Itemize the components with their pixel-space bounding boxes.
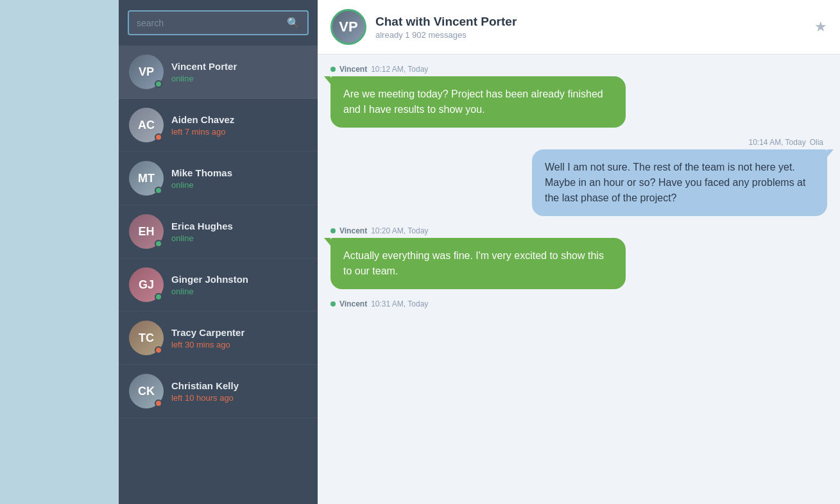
chat-header-avatar: VP [330,9,366,45]
message-group-msg2: 10:14 AM, Today Olia Well I am not sure.… [330,138,827,216]
search-icon: 🔍 [287,17,300,29]
contact-name-mike: Mike Thomas [171,167,232,178]
bubble-msg2: Well I am not sure. The rest of the team… [532,149,827,216]
message-meta-msg3: Vincent 10:20 AM, Today [330,226,428,235]
search-input-wrapper[interactable]: 🔍 [128,10,309,35]
avatar-wrapper-tracy: TC [129,321,164,355]
contact-name-aiden: Aiden Chavez [171,114,234,125]
sender-name-msg4: Vincent [339,299,367,308]
contact-status-vincent: online [171,74,237,83]
search-input[interactable] [137,18,287,28]
search-button[interactable]: 🔍 [287,17,300,29]
bubble-msg1: Are we meeting today? Project has been a… [330,76,626,128]
star-icon: ★ [814,19,827,35]
message-meta-msg1: Vincent 10:12 AM, Today [330,65,428,74]
contact-info-erica: Erica Hughes online [171,221,233,243]
contact-info-vincent: Vincent Porter online [171,61,237,83]
contact-item-ginger[interactable]: GJ Ginger Johnston online [119,258,318,312]
sender-dot-msg4 [330,301,336,307]
status-dot-vincent [155,80,162,88]
contact-status-mike: online [171,180,232,190]
status-dot-mike [155,187,162,194]
contact-info-tracy: Tracy Carpenter left 30 mins ago [171,327,244,349]
message-time-msg2: 10:14 AM, Today [748,138,805,147]
contact-status-aiden: left 7 mins ago [171,127,234,137]
contact-info-aiden: Aiden Chavez left 7 mins ago [171,114,234,137]
chat-header: VP Chat with Vincent Porter already 1 90… [318,0,840,55]
contact-name-vincent: Vincent Porter [171,61,237,72]
status-dot-ginger [155,293,162,301]
contact-name-erica: Erica Hughes [171,221,233,231]
search-bar-container: 🔍 [119,0,318,46]
message-meta-msg4: Vincent 10:31 AM, Today [330,299,428,308]
avatar-wrapper-mike: MT [129,161,164,196]
contact-info-christian: Christian Kelly left 10 hours ago [171,380,239,403]
chat-header-info: Chat with Vincent Porter already 1 902 m… [375,15,814,40]
left-background [0,0,119,504]
contact-name-ginger: Ginger Johnston [171,274,248,285]
avatar-wrapper-ginger: GJ [129,267,164,302]
contact-status-christian: left 10 hours ago [171,393,239,403]
messages-area[interactable]: Vincent 10:12 AM, Today Are we meeting t… [318,55,840,504]
contact-status-ginger: online [171,287,248,296]
message-time-msg1: 10:12 AM, Today [371,65,428,74]
contact-name-tracy: Tracy Carpenter [171,327,244,338]
message-time-msg4: 10:31 AM, Today [371,299,428,308]
sidebar: 🔍 VP Vincent Porter online AC Aiden Chav… [119,0,318,504]
avatar-wrapper-erica: EH [129,214,164,249]
contact-item-tracy[interactable]: TC Tracy Carpenter left 30 mins ago [119,312,318,365]
avatar-wrapper-vincent: VP [129,55,164,89]
message-group-msg1: Vincent 10:12 AM, Today Are we meeting t… [330,65,827,128]
avatar-wrapper-christian: CK [129,374,164,408]
contact-status-erica: online [171,233,233,243]
status-dot-erica [155,240,162,248]
contact-item-aiden[interactable]: AC Aiden Chavez left 7 mins ago [119,99,318,152]
header-avatar-initials: VP [339,19,357,35]
sender-name-msg1: Vincent [339,65,367,74]
contact-item-erica[interactable]: EH Erica Hughes online [119,205,318,258]
contact-info-mike: Mike Thomas online [171,167,232,190]
sender-dot-msg1 [330,67,336,72]
chat-area: VP Chat with Vincent Porter already 1 90… [318,0,840,504]
chat-header-name: Chat with Vincent Porter [375,15,814,29]
contact-info-ginger: Ginger Johnston online [171,274,248,296]
sender-name-msg2: Olia [810,138,823,147]
message-meta-msg2: 10:14 AM, Today Olia [748,138,827,147]
chat-header-sub: already 1 902 messages [375,30,814,40]
contact-item-mike[interactable]: MT Mike Thomas online [119,152,318,205]
star-button[interactable]: ★ [814,19,827,35]
sender-dot-msg3 [330,228,336,233]
status-dot-tracy [155,346,162,354]
message-group-msg3: Vincent 10:20 AM, Today Actually everyth… [330,226,827,289]
message-time-msg3: 10:20 AM, Today [371,226,428,235]
avatar-wrapper-aiden: AC [129,108,164,142]
sender-name-msg3: Vincent [339,226,367,235]
contact-item-vincent[interactable]: VP Vincent Porter online [119,46,318,99]
status-dot-aiden [155,133,162,141]
message-group-msg4: Vincent 10:31 AM, Today [330,299,827,311]
status-dot-christian [155,399,162,407]
contact-list: VP Vincent Porter online AC Aiden Chavez… [119,46,318,504]
bubble-msg3: Actually everything was fine. I'm very e… [330,238,626,289]
contact-status-tracy: left 30 mins ago [171,340,244,349]
contact-item-christian[interactable]: CK Christian Kelly left 10 hours ago [119,365,318,418]
contact-name-christian: Christian Kelly [171,380,239,391]
